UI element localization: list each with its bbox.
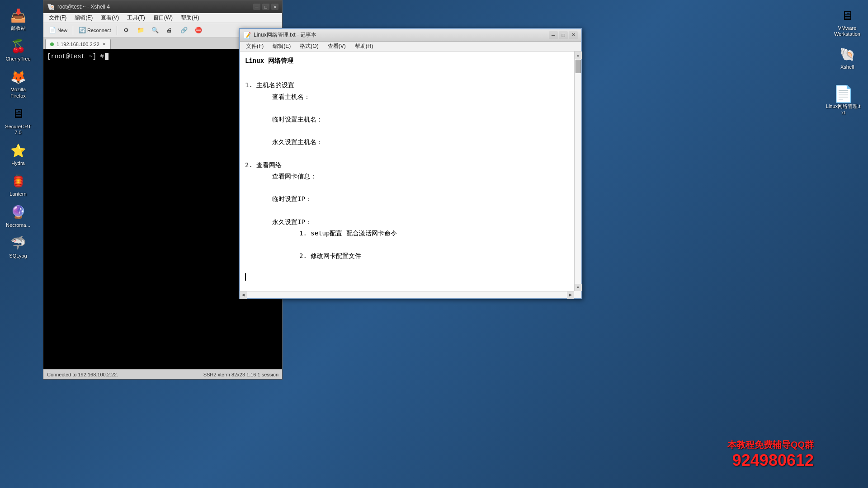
np-menu-format[interactable]: 格式(O) <box>295 42 323 51</box>
necromancer-icon: 🔮 <box>9 203 27 221</box>
folder-icon: 📁 <box>137 27 144 34</box>
np-menu-edit[interactable]: 编辑(E) <box>268 42 295 51</box>
menu-file[interactable]: 文件(F) <box>45 13 70 23</box>
share-icon: 🔗 <box>180 27 188 34</box>
prompt-text: [root@test ~] # <box>47 53 104 60</box>
section-2-item-2: 临时设置IP： <box>272 193 572 205</box>
notepad-close-button[interactable]: ✕ <box>569 31 578 39</box>
menu-edit[interactable]: 编辑(E) <box>71 13 96 23</box>
lantern-icon: 🏮 <box>9 172 27 190</box>
settings-icon: ⚙ <box>123 27 130 34</box>
desktop-icon-firefox[interactable]: 🦊 Mozilla Firefox <box>2 66 34 100</box>
necromancer-label: Necroma... <box>6 222 30 228</box>
new-button[interactable]: 📄 New <box>46 26 70 35</box>
notepad-menu: 文件(F) 编辑(E) 格式(O) 查看(V) 帮助(H) <box>240 42 581 52</box>
settings-button[interactable]: ⚙ <box>120 26 132 35</box>
desktop-icon-xshell[interactable]: 🐚 Xshell <box>831 43 863 72</box>
cursor-line <box>245 273 572 281</box>
scroll-right-arrow[interactable]: ▶ <box>567 291 574 299</box>
notepad-scrollbar-horizontal[interactable]: ◀ ▶ <box>240 291 574 298</box>
search-icon: 🔍 <box>151 27 159 34</box>
notepad-scrollbar-vertical[interactable]: ▲ ▼ <box>574 52 581 291</box>
vmware-label: VMware Workstation <box>833 25 862 37</box>
reconnect-button[interactable]: 🔄 Reconnect <box>76 26 114 35</box>
sqlyog-label: SQLyog <box>9 253 27 259</box>
watermark: 本教程免费辅导QQ群 924980612 <box>727 439 814 470</box>
desktop-icon-sqlyog[interactable]: 🦈 SQLyog <box>2 232 34 261</box>
tab-label: 1 192.168.100.2:22 <box>57 42 99 47</box>
desktop-icon-necromancer[interactable]: 🔮 Necroma... <box>2 202 34 230</box>
xshell-titlebar-left: 🐚 root@test:~ - Xshell 4 <box>47 3 110 10</box>
toolbar-separator-1 <box>73 26 73 35</box>
section-2-item-3: 永久设置IP： <box>272 216 572 228</box>
desktop-icon-securecrt[interactable]: 🖥 SecureCRT 7.0 <box>2 103 34 137</box>
lantern-label: Lantern <box>9 191 26 197</box>
desktop-icon-email[interactable]: 📥 邮收站 <box>2 5 34 33</box>
section-1-heading: 1. 主机名的设置 <box>245 80 572 91</box>
xshell-titlebar: 🐚 root@test:~ - Xshell 4 ─ □ ✕ <box>43 0 282 13</box>
desktop-icon-lantern[interactable]: 🏮 Lantern <box>2 170 34 199</box>
notepad-minimize-button[interactable]: ─ <box>549 31 558 39</box>
section-1-item-3: 永久设置主机名： <box>272 136 572 148</box>
menu-help[interactable]: 帮助(H) <box>177 13 203 23</box>
section-2-sub-2: 2. 修改网卡配置文件 <box>299 250 572 262</box>
np-menu-help[interactable]: 帮助(H) <box>350 42 378 51</box>
toolbar-separator-2 <box>117 26 117 35</box>
menu-tools[interactable]: 工具(T) <box>123 13 148 23</box>
stop-button[interactable]: ⛔ <box>192 26 205 35</box>
email-icon: 📥 <box>9 6 27 24</box>
desktop-icon-cherry[interactable]: 🍒 CherryTree <box>2 35 34 64</box>
menu-window[interactable]: 窗口(W) <box>150 13 176 23</box>
scrollbar-corner <box>574 291 581 298</box>
notepad-title: Linux网络管理.txt - 记事本 <box>254 31 316 39</box>
notepad-icon: 📝 <box>243 32 251 39</box>
minimize-button[interactable]: ─ <box>253 4 260 10</box>
firefox-icon: 🦊 <box>9 68 27 86</box>
watermark-line2: 924980612 <box>727 451 814 470</box>
notepad-content[interactable]: Linux 网络管理 1. 主机名的设置 查看主机名： 临时设置主机名： 永久设… <box>240 52 581 298</box>
securecrt-icon: 🖥 <box>9 105 27 123</box>
email-label: 邮收站 <box>11 25 26 31</box>
desktop-icon-hydra[interactable]: ⭐ Hydra <box>2 140 34 168</box>
share-button[interactable]: 🔗 <box>178 26 190 35</box>
section-2-item-1: 查看网卡信息： <box>272 171 572 182</box>
txt-file-icon: 📄 <box>833 86 854 102</box>
desktop: 📥 邮收站 🍒 CherryTree 🦊 Mozilla Firefox 🖥 S… <box>0 0 868 488</box>
hydra-label: Hydra <box>11 160 24 166</box>
new-icon: 📄 <box>49 27 56 34</box>
content-title: Linux 网络管理 <box>245 55 572 66</box>
cherry-icon: 🍒 <box>9 37 27 55</box>
xshell-app-icon: 🐚 <box>838 45 856 63</box>
scroll-thumb-v[interactable] <box>576 60 581 73</box>
firefox-label: Mozilla Firefox <box>4 87 33 99</box>
xshell-label: Xshell <box>840 64 854 70</box>
scroll-down-arrow[interactable]: ▼ <box>575 284 582 291</box>
desktop-file-icon[interactable]: 📄 Linux网络管理.txt <box>825 86 861 115</box>
close-button[interactable]: ✕ <box>271 4 278 10</box>
search-button[interactable]: 🔍 <box>149 26 161 35</box>
notepad-maximize-button[interactable]: □ <box>559 31 568 39</box>
xshell-statusbar: Connected to 192.168.100.2:22. SSH2 xter… <box>43 369 282 379</box>
notepad-window: 📝 Linux网络管理.txt - 记事本 ─ □ ✕ 文件(F) 编辑(E) … <box>239 28 582 299</box>
cherry-label: CherryTree <box>5 56 30 62</box>
np-menu-view[interactable]: 查看(V) <box>323 42 350 51</box>
scroll-left-arrow[interactable]: ◀ <box>240 291 247 299</box>
xshell-controls: ─ □ ✕ <box>253 4 278 10</box>
desktop-icon-vmware[interactable]: 🖥 VMware Workstation <box>831 5 863 39</box>
desktop-icons-left: 📥 邮收站 🍒 CherryTree 🦊 Mozilla Firefox 🖥 S… <box>0 0 36 488</box>
xshell-tab-1[interactable]: 1 192.168.100.2:22 ✕ <box>45 39 111 49</box>
tab-close-icon[interactable]: ✕ <box>102 42 106 47</box>
stop-icon: ⛔ <box>195 27 202 34</box>
section-1-item-1: 查看主机名： <box>272 91 572 103</box>
txt-file-label: Linux网络管理.txt <box>825 103 861 115</box>
folder-button[interactable]: 📁 <box>134 26 147 35</box>
desktop-icons-right: 🖥 VMware Workstation 🐚 Xshell <box>831 5 863 72</box>
print-button[interactable]: 🖨 <box>163 26 176 35</box>
scroll-up-arrow[interactable]: ▲ <box>575 52 582 59</box>
maximize-button[interactable]: □ <box>262 4 269 10</box>
xshell-menu: 文件(F) 编辑(E) 查看(V) 工具(T) 窗口(W) 帮助(H) <box>43 13 282 23</box>
securecrt-label: SecureCRT 7.0 <box>4 124 33 136</box>
print-icon: 🖨 <box>166 27 173 34</box>
np-menu-file[interactable]: 文件(F) <box>241 42 268 51</box>
menu-view[interactable]: 查看(V) <box>97 13 123 23</box>
